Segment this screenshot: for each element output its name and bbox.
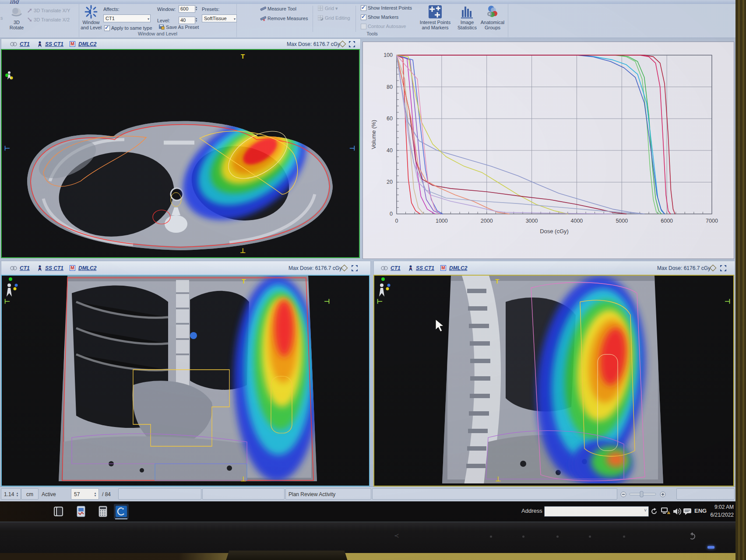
- svg-text:0: 0: [395, 218, 398, 224]
- presets-combo[interactable]: SoftTissue ▾: [202, 14, 237, 22]
- svg-text:60: 60: [387, 116, 393, 122]
- axial-viewport[interactable]: T ⊥ ⊢ ⊣: [1, 49, 360, 258]
- slice-spinner[interactable]: ▲▼: [93, 492, 98, 497]
- contour-autosave-checkbox[interactable]: [361, 24, 366, 29]
- svg-text:4000: 4000: [571, 218, 583, 224]
- tab-ct1[interactable]: CT1: [20, 41, 30, 47]
- scale-spinner[interactable]: ▲▼: [15, 492, 20, 497]
- anatomical-groups-icon: [486, 5, 500, 19]
- svg-text:Volume (%): Volume (%): [370, 120, 377, 149]
- message-icon[interactable]: [682, 504, 693, 519]
- max-dose-label: Max Dose: 6176.7 cGy: [657, 265, 711, 271]
- anatomical-groups-button[interactable]: Anatomical Groups: [479, 5, 506, 30]
- active-slice-label-field: Active Slice T: [39, 488, 71, 500]
- coronal-viewport[interactable]: T ⊥ ⊢ ⊣: [1, 275, 370, 486]
- image-statistics-button[interactable]: Image Statistics: [456, 5, 478, 30]
- tab-dmlc2[interactable]: DMLC2: [449, 265, 467, 271]
- taskbar-window-app-icon[interactable]: [51, 504, 66, 519]
- monitor-stand: [226, 550, 347, 560]
- taskbar-clock[interactable]: 9:02 AM 6/21/2022: [708, 503, 734, 519]
- tab-ss-ct1[interactable]: SS CT1: [45, 41, 63, 47]
- status-empty-3: [372, 488, 617, 500]
- affects-combo[interactable]: CT1 ▾: [103, 14, 151, 22]
- address-dropdown-icon[interactable]: ˅: [644, 508, 647, 513]
- grid-button[interactable]: Grid ▾: [318, 6, 338, 11]
- plan-review-field: Plan Review Activity: [285, 488, 371, 500]
- volume-icon[interactable]: [672, 504, 682, 519]
- taskbar-document-app-icon[interactable]: [74, 504, 88, 519]
- slice-number-field[interactable]: 57 ▲▼: [71, 488, 99, 500]
- bezel-button[interactable]: [589, 536, 591, 538]
- svg-text:0: 0: [390, 211, 393, 217]
- network-icon[interactable]: !: [660, 504, 672, 519]
- sagittal-ct-image: [374, 276, 733, 486]
- refresh-icon[interactable]: [649, 504, 659, 519]
- orientation-marker-top: T: [241, 53, 245, 60]
- apply-same-type-checkbox[interactable]: [104, 25, 110, 31]
- status-zoom-controls[interactable]: [620, 491, 672, 500]
- scale-value-field[interactable]: 1.14 ▲▼: [1, 488, 21, 500]
- bezel-button[interactable]: [490, 536, 492, 538]
- grid-editing-button[interactable]: Grid Editing: [318, 15, 350, 21]
- slice-value: 57: [74, 491, 80, 497]
- tab-dmlc2[interactable]: DMLC2: [78, 265, 96, 271]
- bezel-button[interactable]: [522, 536, 524, 538]
- orientation-marker-right: ⊣: [349, 145, 355, 151]
- translate-xz-button[interactable]: 3D Translate X/2: [27, 17, 70, 22]
- unit-field: cm: [21, 488, 39, 500]
- remove-measures-button[interactable]: x Remove Measures: [260, 15, 308, 21]
- remove-measures-label: Remove Measures: [267, 16, 308, 21]
- coronal-ct-image: [2, 276, 369, 486]
- rotate-3d-button[interactable]: 3D Rotate: [6, 6, 27, 30]
- window-spinner[interactable]: ▲▼: [194, 6, 199, 11]
- power-led: [707, 546, 714, 549]
- show-interest-points-label: Show Interest Points: [368, 5, 412, 10]
- tab-ct1[interactable]: CT1: [20, 265, 30, 271]
- orientation-marker-top: T: [495, 278, 499, 284]
- bezel-button[interactable]: [556, 536, 559, 538]
- orientation-marker-left: ⊢: [377, 298, 383, 304]
- address-input[interactable]: ˅: [544, 506, 649, 517]
- level-value-input[interactable]: 40: [179, 17, 195, 24]
- status-empty-4: [676, 488, 735, 500]
- image-statistics-label-1: Image: [456, 20, 478, 25]
- dvh-panel[interactable]: 0100020003000400050006000700002040608010…: [362, 42, 734, 259]
- tab-ct1[interactable]: CT1: [391, 265, 401, 271]
- save-as-preset-button[interactable]: Save As Preset: [159, 24, 199, 30]
- sagittal-viewport[interactable]: T ⊥ ⊢ ⊣: [373, 275, 734, 486]
- maximize-icon[interactable]: [720, 265, 726, 271]
- tab-ss-ct1[interactable]: SS CT1: [45, 265, 63, 271]
- orientation-marker-bottom: ⊥: [495, 476, 501, 482]
- dvh-curve-oar-salmon: [397, 55, 509, 214]
- measure-tool-button[interactable]: Measure Tool: [260, 6, 296, 11]
- bezel-button[interactable]: [623, 536, 625, 538]
- maximize-icon[interactable]: [349, 41, 355, 47]
- language-indicator[interactable]: ENG: [694, 508, 707, 514]
- svg-text:M: M: [441, 266, 445, 270]
- clock-date: 6/21/2022: [708, 511, 734, 519]
- svg-text:Dose (cGy): Dose (cGy): [540, 228, 569, 234]
- window-level-button[interactable]: Window and Level: [80, 5, 102, 30]
- show-markers-checkbox[interactable]: [361, 14, 366, 20]
- dvh-curve-oar-grayblue: [397, 55, 640, 214]
- dvh-curve-oar-purple: [397, 55, 441, 214]
- interest-points-markers-button[interactable]: Interest Points and Markers: [415, 5, 455, 30]
- taskbar: Address ˅ ! ENG 9:02 AM 6/21/2022: [0, 501, 735, 522]
- power-button-icon[interactable]: [688, 532, 696, 540]
- show-interest-points-checkbox[interactable]: [361, 5, 366, 11]
- level-spinner[interactable]: ▲▼: [194, 17, 199, 22]
- unit-label: cm: [26, 491, 33, 497]
- translate-xy-button[interactable]: 3D Translate X/Y: [27, 8, 70, 13]
- svg-text:5000: 5000: [616, 218, 628, 224]
- orientation-person-icon: [5, 71, 13, 80]
- taskbar-calculator-icon[interactable]: [95, 504, 110, 519]
- grid-editing-label: Grid Editing: [325, 15, 350, 21]
- slice-total: / 84: [102, 491, 111, 497]
- taskbar-eclipse-app-icon[interactable]: [114, 504, 129, 519]
- presets-value: SoftTissue: [204, 16, 227, 21]
- tab-ss-ct1[interactable]: SS CT1: [416, 265, 434, 271]
- maximize-icon[interactable]: [352, 265, 358, 271]
- tab-dmlc2[interactable]: DMLC2: [78, 41, 96, 47]
- anatomical-groups-label-1: Anatomical: [479, 20, 506, 25]
- window-value-input[interactable]: 600: [179, 5, 195, 13]
